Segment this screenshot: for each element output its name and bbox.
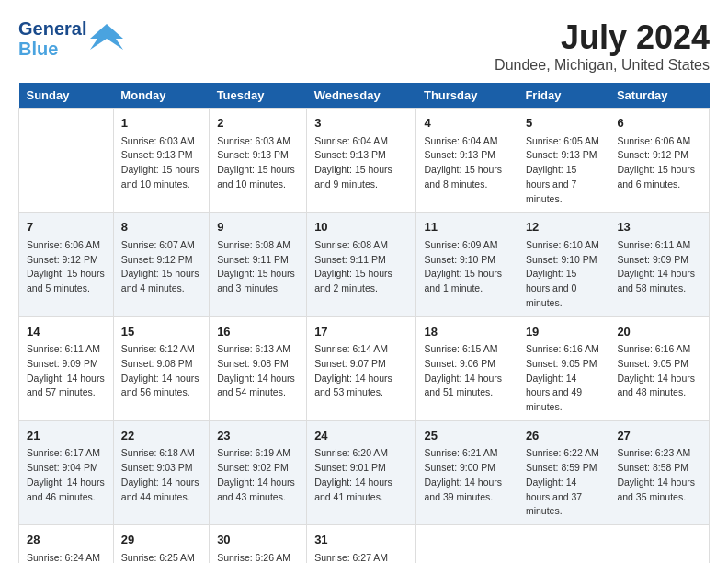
calendar-cell: 27Sunrise: 6:23 AMSunset: 8:58 PMDayligh… bbox=[609, 420, 710, 524]
calendar-cell: 13Sunrise: 6:11 AMSunset: 9:09 PMDayligh… bbox=[609, 213, 710, 316]
calendar-cell: 15Sunrise: 6:12 AMSunset: 9:08 PMDayligh… bbox=[113, 316, 209, 420]
calendar-cell: 18Sunrise: 6:15 AMSunset: 9:06 PMDayligh… bbox=[416, 316, 518, 420]
calendar-cell: 23Sunrise: 6:19 AMSunset: 9:02 PMDayligh… bbox=[210, 420, 307, 524]
day-number: 15 bbox=[121, 323, 201, 341]
day-info: Sunrise: 6:25 AMSunset: 8:56 PMDaylight:… bbox=[121, 551, 201, 564]
day-info: Sunrise: 6:10 AMSunset: 9:10 PMDaylight:… bbox=[526, 238, 602, 311]
day-header-thursday: Thursday bbox=[416, 83, 518, 109]
day-number: 17 bbox=[314, 323, 408, 341]
day-info: Sunrise: 6:06 AMSunset: 9:12 PMDaylight:… bbox=[27, 238, 106, 296]
calendar-cell: 2Sunrise: 6:03 AMSunset: 9:13 PMDaylight… bbox=[210, 109, 307, 213]
calendar-cell: 28Sunrise: 6:24 AMSunset: 8:57 PMDayligh… bbox=[19, 525, 114, 564]
day-number: 3 bbox=[314, 114, 408, 132]
day-info: Sunrise: 6:16 AMSunset: 9:05 PMDaylight:… bbox=[526, 342, 602, 415]
day-header-wednesday: Wednesday bbox=[307, 83, 416, 109]
calendar-cell: 11Sunrise: 6:09 AMSunset: 9:10 PMDayligh… bbox=[416, 213, 518, 316]
main-title: July 2024 bbox=[495, 18, 710, 57]
day-info: Sunrise: 6:08 AMSunset: 9:11 PMDaylight:… bbox=[217, 238, 299, 296]
day-number: 12 bbox=[526, 218, 602, 236]
day-number: 30 bbox=[217, 531, 299, 549]
day-info: Sunrise: 6:11 AMSunset: 9:09 PMDaylight:… bbox=[617, 238, 701, 296]
calendar-cell: 21Sunrise: 6:17 AMSunset: 9:04 PMDayligh… bbox=[19, 420, 114, 524]
day-info: Sunrise: 6:05 AMSunset: 9:13 PMDaylight:… bbox=[526, 134, 602, 207]
day-number: 21 bbox=[27, 427, 106, 445]
day-header-tuesday: Tuesday bbox=[210, 83, 307, 109]
day-info: Sunrise: 6:15 AMSunset: 9:06 PMDaylight:… bbox=[424, 342, 509, 400]
week-row-1: 1Sunrise: 6:03 AMSunset: 9:13 PMDaylight… bbox=[19, 109, 710, 213]
calendar-cell: 20Sunrise: 6:16 AMSunset: 9:05 PMDayligh… bbox=[609, 316, 710, 420]
day-info: Sunrise: 6:08 AMSunset: 9:11 PMDaylight:… bbox=[314, 238, 408, 296]
day-number: 7 bbox=[27, 218, 106, 236]
week-row-3: 14Sunrise: 6:11 AMSunset: 9:09 PMDayligh… bbox=[19, 316, 710, 420]
day-header-sunday: Sunday bbox=[19, 83, 114, 109]
day-number: 4 bbox=[424, 114, 509, 132]
svg-marker-0 bbox=[90, 24, 123, 50]
calendar-cell: 4Sunrise: 6:04 AMSunset: 9:13 PMDaylight… bbox=[416, 109, 518, 213]
day-info: Sunrise: 6:19 AMSunset: 9:02 PMDaylight:… bbox=[217, 446, 299, 504]
day-header-monday: Monday bbox=[113, 83, 209, 109]
day-info: Sunrise: 6:27 AMSunset: 8:54 PMDaylight:… bbox=[314, 551, 408, 564]
page-header: General Blue July 2024 Dundee, Michigan,… bbox=[18, 18, 710, 74]
logo-bird-icon bbox=[90, 20, 123, 57]
day-info: Sunrise: 6:13 AMSunset: 9:08 PMDaylight:… bbox=[217, 342, 299, 400]
calendar-cell bbox=[609, 525, 710, 564]
day-number: 20 bbox=[617, 323, 701, 341]
calendar-cell: 7Sunrise: 6:06 AMSunset: 9:12 PMDaylight… bbox=[19, 213, 114, 316]
day-info: Sunrise: 6:24 AMSunset: 8:57 PMDaylight:… bbox=[27, 551, 106, 564]
day-info: Sunrise: 6:21 AMSunset: 9:00 PMDaylight:… bbox=[424, 446, 509, 504]
day-header-friday: Friday bbox=[518, 83, 609, 109]
day-info: Sunrise: 6:07 AMSunset: 9:12 PMDaylight:… bbox=[121, 238, 201, 296]
day-info: Sunrise: 6:06 AMSunset: 9:12 PMDaylight:… bbox=[617, 134, 701, 192]
calendar-cell: 30Sunrise: 6:26 AMSunset: 8:55 PMDayligh… bbox=[210, 525, 307, 564]
day-number: 16 bbox=[217, 323, 299, 341]
day-info: Sunrise: 6:04 AMSunset: 9:13 PMDaylight:… bbox=[314, 134, 408, 192]
day-number: 22 bbox=[121, 427, 201, 445]
day-number: 31 bbox=[314, 531, 408, 549]
day-info: Sunrise: 6:09 AMSunset: 9:10 PMDaylight:… bbox=[424, 238, 509, 296]
calendar-cell bbox=[518, 525, 609, 564]
day-number: 25 bbox=[424, 427, 509, 445]
calendar-cell: 10Sunrise: 6:08 AMSunset: 9:11 PMDayligh… bbox=[307, 213, 416, 316]
title-block: July 2024 Dundee, Michigan, United State… bbox=[495, 18, 710, 74]
calendar-cell: 19Sunrise: 6:16 AMSunset: 9:05 PMDayligh… bbox=[518, 316, 609, 420]
day-info: Sunrise: 6:23 AMSunset: 8:58 PMDaylight:… bbox=[617, 446, 701, 504]
day-number: 23 bbox=[217, 427, 299, 445]
day-info: Sunrise: 6:26 AMSunset: 8:55 PMDaylight:… bbox=[217, 551, 299, 564]
calendar-cell: 26Sunrise: 6:22 AMSunset: 8:59 PMDayligh… bbox=[518, 420, 609, 524]
day-info: Sunrise: 6:22 AMSunset: 8:59 PMDaylight:… bbox=[526, 446, 602, 519]
day-info: Sunrise: 6:14 AMSunset: 9:07 PMDaylight:… bbox=[314, 342, 408, 400]
day-number: 29 bbox=[121, 531, 201, 549]
logo-text-blue: Blue bbox=[18, 39, 86, 59]
day-info: Sunrise: 6:11 AMSunset: 9:09 PMDaylight:… bbox=[27, 342, 106, 400]
day-number: 6 bbox=[617, 114, 701, 132]
calendar-cell: 9Sunrise: 6:08 AMSunset: 9:11 PMDaylight… bbox=[210, 213, 307, 316]
calendar-cell bbox=[416, 525, 518, 564]
logo: General Blue bbox=[18, 18, 123, 59]
day-number: 9 bbox=[217, 218, 299, 236]
calendar-cell: 3Sunrise: 6:04 AMSunset: 9:13 PMDaylight… bbox=[307, 109, 416, 213]
day-info: Sunrise: 6:03 AMSunset: 9:13 PMDaylight:… bbox=[121, 134, 201, 192]
day-number: 24 bbox=[314, 427, 408, 445]
calendar-cell: 22Sunrise: 6:18 AMSunset: 9:03 PMDayligh… bbox=[113, 420, 209, 524]
logo-text: General bbox=[18, 18, 86, 39]
day-number: 28 bbox=[27, 531, 106, 549]
week-row-5: 28Sunrise: 6:24 AMSunset: 8:57 PMDayligh… bbox=[19, 525, 710, 564]
week-row-2: 7Sunrise: 6:06 AMSunset: 9:12 PMDaylight… bbox=[19, 213, 710, 316]
day-number: 2 bbox=[217, 114, 299, 132]
calendar-cell: 25Sunrise: 6:21 AMSunset: 9:00 PMDayligh… bbox=[416, 420, 518, 524]
calendar-cell: 8Sunrise: 6:07 AMSunset: 9:12 PMDaylight… bbox=[113, 213, 209, 316]
subtitle: Dundee, Michigan, United States bbox=[495, 57, 710, 74]
calendar-cell bbox=[19, 109, 114, 213]
day-number: 13 bbox=[617, 218, 701, 236]
day-info: Sunrise: 6:18 AMSunset: 9:03 PMDaylight:… bbox=[121, 446, 201, 504]
day-info: Sunrise: 6:04 AMSunset: 9:13 PMDaylight:… bbox=[424, 134, 509, 192]
calendar-cell: 24Sunrise: 6:20 AMSunset: 9:01 PMDayligh… bbox=[307, 420, 416, 524]
calendar-cell: 12Sunrise: 6:10 AMSunset: 9:10 PMDayligh… bbox=[518, 213, 609, 316]
week-row-4: 21Sunrise: 6:17 AMSunset: 9:04 PMDayligh… bbox=[19, 420, 710, 524]
calendar-cell: 16Sunrise: 6:13 AMSunset: 9:08 PMDayligh… bbox=[210, 316, 307, 420]
day-number: 5 bbox=[526, 114, 602, 132]
day-number: 1 bbox=[121, 114, 201, 132]
header-row: SundayMondayTuesdayWednesdayThursdayFrid… bbox=[19, 83, 710, 109]
calendar-table: SundayMondayTuesdayWednesdayThursdayFrid… bbox=[18, 83, 710, 563]
day-number: 27 bbox=[617, 427, 701, 445]
